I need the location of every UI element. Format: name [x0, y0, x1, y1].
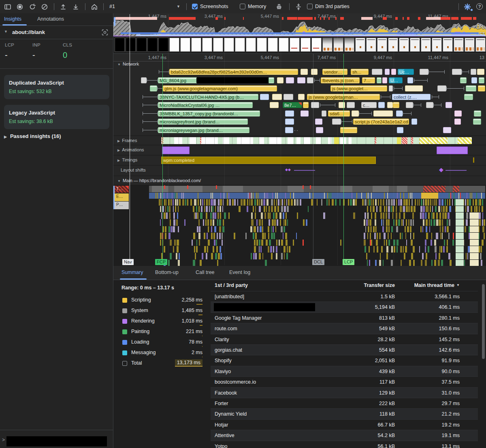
screenshot-frame[interactable] — [268, 38, 278, 52]
network-request-bar[interactable] — [433, 103, 441, 107]
table-row[interactable]: Dynamic Yield118 kB21.2 ms — [211, 408, 478, 419]
network-request-bar[interactable] — [147, 79, 158, 82]
network-request-bar[interactable]: 3BNYC-TAXICLUTCH-HAND-4X5.jpg (b… — [158, 94, 258, 100]
col-party[interactable]: 1st / 3rd party — [215, 282, 248, 288]
table-row[interactable]: Facebook129 kB31.0 ms — [211, 387, 478, 398]
chevron-down-icon[interactable]: ▼ — [4, 30, 8, 34]
network-request-bar[interactable] — [407, 77, 413, 83]
screenshot-frame[interactable] — [147, 38, 158, 52]
network-request-bar[interactable] — [143, 128, 158, 132]
network-request-bar[interactable]: MicroNiaBlackCrystal06.jpg … — [158, 102, 253, 108]
network-request-bar[interactable] — [340, 127, 357, 133]
legend-row[interactable]: Painting221 ms — [122, 327, 202, 338]
sort-arrow-icon[interactable]: ▼ — [456, 283, 460, 287]
network-request-bar[interactable] — [320, 103, 335, 107]
record-icon[interactable] — [15, 2, 24, 11]
lcp-marker[interactable]: LCP — [343, 259, 354, 265]
network-request-bar[interactable] — [285, 110, 294, 117]
table-row[interactable]: Google Tag Manager813 kB280.1 ms — [211, 312, 478, 323]
table-row[interactable]: Klaviyo439 kB90.0 ms — [211, 366, 478, 377]
screenshot-frame[interactable] — [224, 38, 234, 52]
network-request-bar[interactable] — [394, 87, 403, 90]
network-request-bar[interactable] — [332, 119, 341, 125]
network-request-bar[interactable] — [389, 85, 393, 91]
screenshot-frame[interactable] — [322, 38, 333, 52]
table-row[interactable]: boostcommerce.io117 kB37.5 ms — [211, 376, 478, 387]
insight-legacy-javascript[interactable]: Legacy JavaScript Est savings: 38.6 kB — [4, 105, 109, 129]
screenshot-frame[interactable] — [158, 38, 168, 52]
network-request-bar[interactable]: fbevents.js (con… — [321, 77, 360, 83]
network-request-bar[interactable] — [143, 112, 158, 115]
screenshot-frame[interactable] — [202, 38, 212, 52]
network-request-bar[interactable] — [196, 77, 269, 83]
inspect-target-icon[interactable] — [102, 29, 108, 36]
network-request-bar[interactable] — [269, 77, 274, 83]
animations-track-toggle[interactable]: ▶Animations — [117, 147, 144, 152]
network-request-bar[interactable] — [285, 119, 294, 125]
screenshot-frame[interactable] — [333, 38, 343, 52]
network-request-bar[interactable] — [385, 69, 390, 75]
table-row[interactable]: Shopify2,051 kB91.9 ms — [211, 355, 478, 366]
network-request-bar[interactable]: bda62cc92w68dfea28pcf9825a4m392e00d0m… — [169, 69, 298, 75]
network-request-bar[interactable] — [311, 69, 318, 75]
network-request-bar[interactable] — [157, 87, 163, 90]
upload-trace-icon[interactable] — [59, 2, 68, 11]
insight-duplicated-javascript[interactable]: Duplicated JavaScript Est savings: 532 k… — [4, 75, 109, 99]
screenshot-frame[interactable] — [311, 38, 322, 52]
help-icon[interactable]: ? — [476, 3, 483, 10]
animation-bar[interactable] — [162, 147, 190, 154]
chevron-down-icon[interactable]: ▼ — [177, 4, 180, 8]
network-request-bar[interactable] — [471, 69, 476, 75]
fcp-marker[interactable]: FCP — [155, 259, 167, 265]
network-request-bar[interactable] — [298, 94, 305, 100]
table-row[interactable]: Attentive54.2 kB19.1 ms — [211, 430, 478, 441]
screenshot-frame[interactable] — [344, 38, 354, 52]
screenshot-frame[interactable] — [279, 38, 289, 52]
dim-3rd-parties-checkbox[interactable] — [307, 4, 313, 9]
network-request-bar[interactable] — [413, 103, 421, 107]
network-request-bar[interactable] — [403, 112, 411, 115]
download-trace-icon[interactable] — [71, 2, 80, 11]
network-request-bar[interactable] — [478, 85, 485, 91]
reload-icon[interactable] — [28, 2, 37, 11]
table-row[interactable]: [unattributed]1.5 kB3,566.1 ms — [211, 291, 478, 302]
network-request-bar[interactable] — [286, 77, 294, 83]
screenshot-frame[interactable] — [377, 38, 387, 52]
network-request-bar[interactable] — [428, 70, 445, 74]
console-drawer-chevron[interactable]: > — [2, 437, 5, 443]
network-request-bar[interactable]: microniagreyfront.jpg (brand… — [158, 119, 248, 125]
screenshot-frame[interactable] — [290, 38, 300, 52]
screenshot-frame[interactable] — [432, 38, 442, 52]
network-request-bar[interactable] — [454, 119, 461, 125]
network-request-bar[interactable] — [301, 110, 309, 117]
network-request-bar[interactable] — [387, 102, 393, 108]
collapse-expand-icon[interactable] — [294, 2, 303, 11]
network-request-bar[interactable] — [446, 87, 464, 90]
table-row[interactable]: gorgias.chat554 kB142.6 ms — [211, 344, 478, 355]
table-row[interactable]: Forter222 kB29.7 ms — [211, 398, 478, 409]
overview-left-handle[interactable] — [114, 17, 115, 26]
tab-bottom-up[interactable]: Bottom-up — [155, 270, 179, 275]
screenshot-frame[interactable] — [454, 38, 464, 52]
screenshot-frame[interactable] — [443, 38, 453, 52]
table-row[interactable]: 5,194 kB406.1 ms — [211, 301, 478, 312]
network-request-bar[interactable] — [471, 77, 477, 83]
screenshot-frame[interactable] — [399, 38, 409, 52]
network-request-bar[interactable]: gtm.js (www.googletagmanager.com) — [163, 85, 277, 91]
network-request-bar[interactable] — [466, 85, 476, 91]
network-request-bar[interactable] — [414, 79, 428, 82]
network-request-bar[interactable] — [373, 110, 393, 117]
network-request-bar[interactable] — [141, 77, 147, 83]
legend-row[interactable]: Scripting2,258 ms — [122, 295, 202, 306]
network-request-bar[interactable] — [143, 103, 158, 107]
network-section-header[interactable]: ▼Network — [113, 62, 486, 68]
screenshot-frame[interactable] — [126, 38, 136, 52]
screenshot-frame[interactable] — [213, 38, 223, 52]
network-request-bar[interactable]: script.js (7ce243a1e1a2.cd… — [353, 119, 409, 125]
network-request-bar[interactable]: 8e7… — [283, 102, 302, 108]
network-request-bar[interactable] — [301, 69, 308, 75]
network-request-bar[interactable] — [372, 69, 382, 75]
network-request-bar[interactable]: 3BMBBLK_1357_copy.jpg (brandonbl… — [158, 110, 260, 117]
network-request-bar[interactable] — [277, 77, 284, 83]
network-request-bar[interactable]: microniagreyvegan.jpg (brand… — [158, 127, 249, 133]
